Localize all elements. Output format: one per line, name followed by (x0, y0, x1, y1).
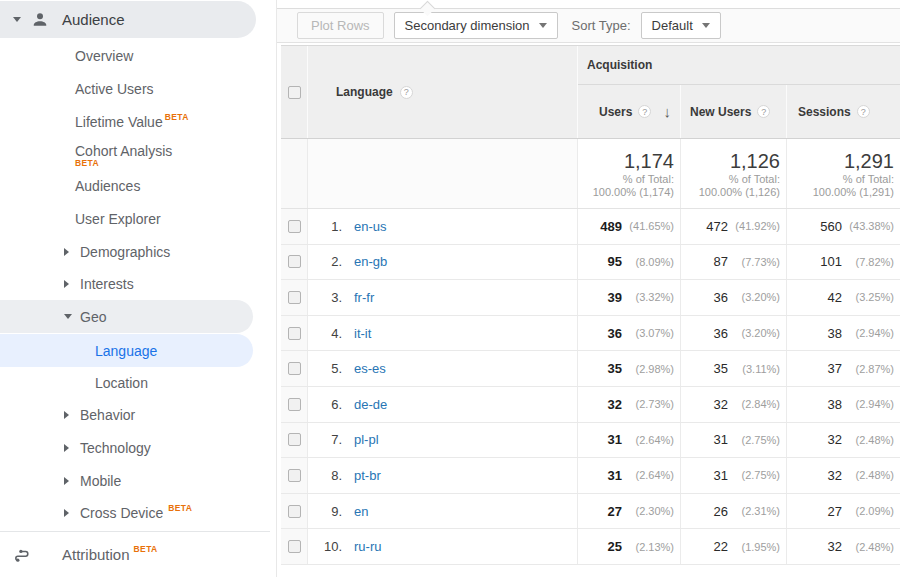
sidebar-item-label: Cross Device (0, 505, 163, 521)
new-users-percent: (3.11%) (728, 363, 780, 375)
new-users-percent: (2.84%) (728, 398, 780, 410)
sessions-total-cell: 1,291 % of Total: 100.00% (1,291) (787, 139, 900, 208)
help-icon[interactable]: ? (857, 105, 870, 118)
chevron-right-icon (64, 477, 69, 485)
users-value: 35 (608, 361, 622, 376)
sort-descending-icon[interactable]: ↓ (664, 103, 672, 120)
language-cell: 4. it-it (308, 316, 578, 351)
language-link[interactable]: pt-br (354, 468, 381, 483)
row-checkbox[interactable] (288, 398, 301, 411)
row-checkbox[interactable] (288, 362, 301, 375)
sessions-column-header[interactable]: Sessions ? (787, 85, 900, 138)
row-checkbox[interactable] (288, 505, 301, 518)
row-checkbox[interactable] (288, 291, 301, 304)
sort-type-dropdown[interactable]: Default (641, 12, 721, 39)
sidebar-item-audiences[interactable]: Audiences (0, 170, 140, 202)
row-checkbox[interactable] (288, 433, 301, 446)
sidebar-item-cohort-analysis[interactable]: Cohort Analysis BETA (0, 137, 172, 173)
sessions-percent: (2.48%) (842, 541, 894, 553)
table-row: 7. pl-pl 31(2.64%) 31(2.75%) 32(2.48%) (281, 423, 900, 459)
report-content: Plot Rows Secondary dimension Sort Type:… (277, 0, 900, 577)
users-column-header[interactable]: Users ? ↓ (578, 85, 681, 138)
sidebar-item-label: Audiences (75, 178, 140, 194)
sessions-value: 101 (820, 254, 842, 269)
users-percent: (2.98%) (622, 363, 674, 375)
sidebar-item-attribution[interactable]: AttributionBETA (0, 538, 158, 570)
sessions-value: 42 (828, 290, 842, 305)
select-all-checkbox[interactable] (288, 86, 301, 99)
sidebar-item-lifetime-value[interactable]: Lifetime ValueBETA (0, 106, 189, 138)
row-checkbox-cell (281, 245, 308, 280)
sidebar-item-active-users[interactable]: Active Users (0, 73, 154, 105)
sessions-cell: 37(2.87%) (787, 351, 900, 386)
users-cell: 27(2.30%) (578, 494, 681, 529)
acquisition-group: Acquisition Users ? ↓ New Users ? (578, 46, 900, 138)
sidebar-item-overview[interactable]: Overview (0, 40, 133, 72)
sidebar-item-user-explorer[interactable]: User Explorer (0, 203, 161, 235)
sidebar-item-cross-device[interactable]: Cross DeviceBETA (0, 497, 192, 529)
beta-badge: BETA (134, 544, 158, 554)
sort-type-value: Default (652, 18, 693, 33)
plot-rows-button[interactable]: Plot Rows (297, 12, 384, 39)
users-percent: (8.09%) (622, 256, 674, 268)
row-rank: 10. (308, 539, 342, 554)
language-link[interactable]: en-gb (354, 254, 387, 269)
language-column-header[interactable]: Language ? (308, 46, 578, 138)
help-icon[interactable]: ? (400, 86, 413, 99)
row-checkbox[interactable] (288, 540, 301, 553)
language-link[interactable]: ru-ru (354, 539, 381, 554)
sidebar-item-geo[interactable]: Geo (0, 300, 253, 333)
language-link[interactable]: en (354, 504, 368, 519)
language-link[interactable]: de-de (354, 397, 387, 412)
language-link[interactable]: it-it (354, 326, 371, 341)
row-checkbox[interactable] (288, 255, 301, 268)
sidebar-item-location[interactable]: Location (0, 367, 148, 399)
users-value: 31 (608, 432, 622, 447)
language-link[interactable]: fr-fr (354, 290, 374, 305)
sidebar-item-language[interactable]: Language (0, 334, 253, 367)
users-header-label: Users (599, 105, 632, 119)
new-users-value: 26 (714, 504, 728, 519)
sidebar-item-mobile[interactable]: Mobile (0, 465, 121, 497)
row-rank: 8. (308, 468, 342, 483)
sidebar-item-label: Cohort Analysis (75, 143, 172, 159)
row-rank: 3. (308, 290, 342, 305)
analytics-app: Audience Overview Active Users Lifetime … (0, 0, 900, 577)
row-checkbox[interactable] (288, 220, 301, 233)
language-link[interactable]: es-es (354, 361, 386, 376)
sidebar-item-interests[interactable]: Interests (0, 268, 134, 300)
sidebar-item-audience[interactable]: Audience (0, 1, 256, 38)
new-users-cell: 26(2.31%) (681, 494, 787, 529)
sidebar-item-demographics[interactable]: Demographics (0, 236, 170, 268)
new-users-percent: (41.92%) (728, 220, 780, 232)
help-icon[interactable]: ? (638, 105, 651, 118)
chevron-down-icon (702, 23, 710, 28)
users-cell: 39(3.32%) (578, 280, 681, 315)
users-total-caption: % of Total: (623, 173, 674, 186)
users-percent: (2.13%) (622, 541, 674, 553)
new-users-value: 87 (714, 254, 728, 269)
new-users-total-cell: 1,126 % of Total: 100.00% (1,126) (681, 139, 787, 208)
table-header: Language ? Acquisition Users ? ↓ (281, 45, 900, 139)
sidebar-item-technology[interactable]: Technology (0, 432, 151, 464)
language-link[interactable]: en-us (354, 219, 387, 234)
table-row: 6. de-de 32(2.73%) 32(2.84%) 38(2.94%) (281, 387, 900, 423)
row-checkbox[interactable] (288, 469, 301, 482)
sessions-cell: 32(2.48%) (787, 529, 900, 564)
sidebar-item-behavior[interactable]: Behavior (0, 399, 135, 431)
new-users-percent: (2.31%) (728, 505, 780, 517)
table-row: 9. en 27(2.30%) 26(2.31%) 27(2.09%) (281, 494, 900, 530)
row-rank: 2. (308, 254, 342, 269)
new-users-column-header[interactable]: New Users ? (681, 85, 787, 138)
row-checkbox[interactable] (288, 327, 301, 340)
sessions-percent: (2.48%) (842, 434, 894, 446)
new-users-cell: 472(41.92%) (681, 209, 787, 244)
language-link[interactable]: pl-pl (354, 432, 379, 447)
users-value: 489 (600, 219, 622, 234)
help-icon[interactable]: ? (757, 105, 770, 118)
table-row: 1. en-us 489(41.65%) 472(41.92%) 560(43.… (281, 209, 900, 245)
secondary-dimension-dropdown[interactable]: Secondary dimension (394, 12, 558, 39)
language-cell: 8. pt-br (308, 458, 578, 493)
secondary-dimension-label: Secondary dimension (405, 18, 530, 33)
users-cell: 32(2.73%) (578, 387, 681, 422)
